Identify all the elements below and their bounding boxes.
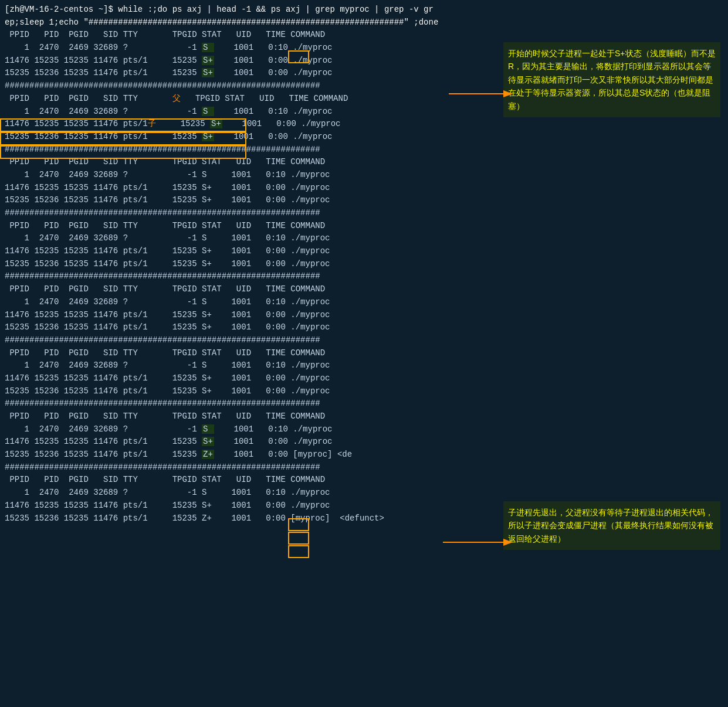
row-4-1: 1 2470 2469 32689 ? -1 S 1001 0:10 ./myp… bbox=[5, 232, 476, 245]
highlight-zp-block7 bbox=[288, 545, 309, 558]
hash-7: ########################################… bbox=[5, 461, 476, 474]
row-1-3: 15235 15236 15235 11476 pts/1 15235 S+ 1… bbox=[5, 67, 476, 80]
annotation-2: 子进程先退出，父进程没有等待子进程退出的相关代码，所以子进程会变成僵尸进程（其最… bbox=[503, 501, 720, 550]
cmd-line-cont: ep;sleep 1;echo "#######################… bbox=[5, 16, 476, 29]
hash-4: ########################################… bbox=[5, 270, 476, 283]
hash-6: ########################################… bbox=[5, 397, 476, 410]
col-header-2: PPID PID PGID SID TTY 父 TPGID STAT UID T… bbox=[5, 93, 476, 106]
row-6-1: 1 2470 2469 32689 ? -1 S 1001 0:10 ./myp… bbox=[5, 359, 476, 372]
row-6-3: 15235 15236 15235 11476 pts/1 15235 S+ 1… bbox=[5, 385, 476, 398]
row-5-1: 1 2470 2469 32689 ? -1 S 1001 0:10 ./myp… bbox=[5, 296, 476, 309]
row-8-2: 11476 15235 15235 11476 pts/1 15235 S+ 1… bbox=[5, 499, 476, 512]
col-header-7: PPID PID PGID SID TTY TPGID STAT UID TIM… bbox=[5, 410, 476, 423]
annotation-1: 开始的时候父子进程一起处于S+状态（浅度睡眠）而不是R，因为其主要是输出，将数据… bbox=[503, 42, 720, 117]
terminal: [zh@VM-16-2-centos ~]$ while :;do ps axj… bbox=[0, 0, 481, 528]
row-7-2: 11476 15235 15235 11476 pts/1 15235 S+ 1… bbox=[5, 436, 476, 448]
row-2-2: 11476 15235 15235 11476 pts/1子 15235 S+ … bbox=[5, 118, 476, 131]
row-7-3: 15235 15236 15235 11476 pts/1 15235 Z+ 1… bbox=[5, 448, 476, 461]
hash-2: ########################################… bbox=[5, 144, 476, 157]
row-5-3: 15235 15236 15235 11476 pts/1 15235 S+ 1… bbox=[5, 321, 476, 334]
row-5-2: 11476 15235 15235 11476 pts/1 15235 S+ 1… bbox=[5, 309, 476, 322]
row-6-2: 11476 15235 15235 11476 pts/1 15235 S+ 1… bbox=[5, 372, 476, 385]
col-header-8: PPID PID PGID SID TTY TPGID STAT UID TIM… bbox=[5, 474, 476, 487]
row-3-1: 1 2470 2469 32689 ? -1 S 1001 0:10 ./myp… bbox=[5, 169, 476, 182]
row-8-1: 1 2470 2469 32689 ? -1 S 1001 0:10 ./myp… bbox=[5, 487, 476, 499]
col-header-1: PPID PID PGID SID TTY TPGID STAT UID TIM… bbox=[5, 29, 476, 42]
row-4-3: 15235 15236 15235 11476 pts/1 15235 S+ 1… bbox=[5, 258, 476, 271]
row-4-2: 11476 15235 15235 11476 pts/1 15235 S+ 1… bbox=[5, 245, 476, 258]
hash-1: ########################################… bbox=[5, 80, 476, 93]
row-1-2: 11476 15235 15235 11476 pts/1 15235 S+ 1… bbox=[5, 55, 476, 67]
row-2-3: 15235 15236 15235 11476 pts/1 15235 S+ 1… bbox=[5, 131, 476, 144]
row-7-1: 1 2470 2469 32689 ? -1 S 1001 0:10 ./myp… bbox=[5, 423, 476, 436]
row-2-1: 1 2470 2469 32689 ? -1 S 1001 0:10 ./myp… bbox=[5, 106, 476, 118]
hash-5: ########################################… bbox=[5, 334, 476, 347]
highlight-sp-block7 bbox=[288, 532, 309, 545]
cmd-line: [zh@VM-16-2-centos ~]$ while :;do ps axj… bbox=[5, 4, 476, 16]
col-header-3: PPID PID PGID SID TTY TPGID STAT UID TIM… bbox=[5, 156, 476, 169]
hash-3: ########################################… bbox=[5, 207, 476, 220]
row-3-2: 11476 15235 15235 11476 pts/1 15235 S+ 1… bbox=[5, 182, 476, 195]
col-header-5: PPID PID PGID SID TTY TPGID STAT UID TIM… bbox=[5, 283, 476, 296]
col-header-6: PPID PID PGID SID TTY TPGID STAT UID TIM… bbox=[5, 347, 476, 360]
row-1-1: 1 2470 2469 32689 ? -1 S 1001 0:10 ./myp… bbox=[5, 42, 476, 55]
col-header-4: PPID PID PGID SID TTY TPGID STAT UID TIM… bbox=[5, 220, 476, 233]
row-8-3: 15235 15236 15235 11476 pts/1 15235 Z+ 1… bbox=[5, 512, 476, 525]
row-3-3: 15235 15236 15235 11476 pts/1 15235 S+ 1… bbox=[5, 194, 476, 207]
